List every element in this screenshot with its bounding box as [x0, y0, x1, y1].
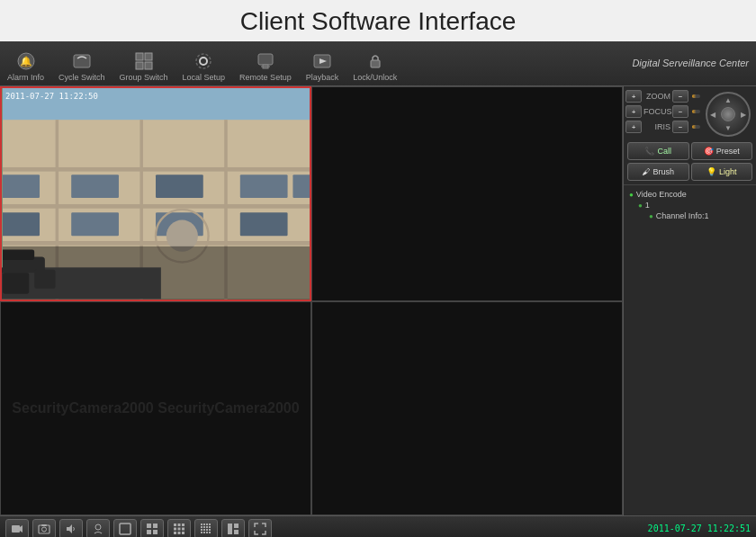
light-button[interactable]: 💡 Light [691, 163, 753, 181]
bottom-nine-view-button[interactable] [167, 519, 191, 538]
brush-label: Brush [652, 167, 674, 176]
svg-rect-79 [234, 524, 238, 528]
toolbar: 🔔 Alarm Info Cycle Switch Group Switch L… [0, 41, 756, 86]
joystick[interactable]: ▲ ▼ ◀ ▶ [706, 92, 751, 137]
focus-plus-button[interactable]: + [626, 105, 642, 118]
brush-icon: 🖌 [642, 167, 650, 176]
bottom-layout-button[interactable] [221, 519, 245, 538]
camera-cell-4[interactable] [311, 301, 623, 516]
svg-rect-45 [41, 524, 47, 526]
svg-rect-48 [120, 524, 130, 534]
joystick-down-icon: ▼ [724, 124, 732, 132]
svg-rect-78 [228, 524, 232, 534]
iris-plus-button[interactable]: + [626, 121, 642, 133]
iris-slider[interactable] [692, 125, 700, 129]
svg-rect-16 [2, 167, 310, 172]
group-switch-label: Group Switch [120, 73, 168, 82]
camera-cell-3[interactable]: SecurityCamera2000 SecurityCamera2000 [0, 301, 311, 516]
toolbar-group-switch[interactable]: Group Switch [112, 49, 176, 84]
action-row-1: 📞 Call 🎯 Preset [627, 142, 752, 160]
joystick-area: ▲ ▼ ◀ ▶ [702, 90, 754, 139]
call-button[interactable]: 📞 Call [627, 142, 689, 160]
preset-button[interactable]: 🎯 Preset [691, 142, 753, 160]
svg-rect-25 [240, 175, 288, 198]
preset-icon: 🎯 [704, 147, 714, 156]
bottom-sixteen-view-button[interactable] [194, 519, 218, 538]
zoom-plus-button[interactable]: + [626, 90, 642, 103]
svg-rect-60 [178, 532, 181, 534]
toolbar-alarm-info[interactable]: 🔔 Alarm Info [0, 49, 51, 84]
svg-rect-53 [174, 524, 176, 526]
svg-rect-64 [206, 524, 208, 525]
bottom-timestamp: 2011-07-27 11:22:51 [648, 524, 751, 533]
main-content: 2011-07-27 11:22:50 [0, 86, 756, 515]
tree-root-item[interactable]: ● Video Encode [627, 189, 752, 200]
svg-point-7 [200, 58, 207, 65]
bottom-single-view-button[interactable] [113, 519, 137, 538]
toolbar-cycle-switch[interactable]: Cycle Switch [51, 49, 112, 84]
svg-rect-22 [2, 175, 40, 198]
tree-root-icon: ● [629, 191, 634, 199]
joystick-right-icon: ▶ [741, 111, 746, 119]
iris-minus-button[interactable]: − [672, 121, 688, 133]
zoom-slider[interactable] [692, 94, 700, 98]
local-setup-label: Local Setup [183, 73, 226, 82]
toolbar-lock-unlock[interactable]: Lock/Unlock [346, 49, 404, 84]
call-label: Call [657, 147, 671, 156]
focus-slider[interactable] [692, 110, 700, 113]
svg-point-47 [95, 524, 101, 530]
tree-child1-icon: ● [638, 201, 643, 210]
svg-rect-30 [240, 212, 288, 236]
joystick-left-icon: ◀ [710, 111, 716, 119]
toolbar-remote-setup[interactable]: Remote Setup [232, 49, 299, 84]
svg-point-44 [42, 527, 47, 532]
bottom-fullscreen-button[interactable] [248, 519, 272, 538]
focus-minus-button[interactable]: − [672, 105, 688, 118]
tree-child-1[interactable]: ● 1 [627, 200, 752, 210]
camera-cell-1[interactable]: 2011-07-27 11:22:50 [0, 86, 311, 301]
remote-setup-label: Remote Setup [239, 73, 292, 82]
light-label: Light [719, 167, 737, 176]
bottom-toolbar: 2011-07-27 11:22:51 [0, 515, 756, 537]
bottom-camera-button[interactable] [5, 519, 29, 538]
brush-button[interactable]: 🖌 Brush [627, 163, 689, 181]
joystick-up-icon: ▲ [724, 96, 732, 104]
lock-unlock-icon [364, 50, 386, 72]
svg-rect-28 [71, 212, 119, 236]
svg-rect-50 [153, 524, 158, 528]
focus-label: FOCUS [644, 107, 670, 116]
alarm-info-icon: 🔔 [15, 50, 37, 72]
tree-child-2[interactable]: ● Channel Info:1 [627, 210, 752, 221]
svg-rect-49 [147, 524, 151, 528]
svg-rect-52 [153, 530, 158, 534]
svg-rect-13 [371, 60, 380, 67]
lock-unlock-label: Lock/Unlock [353, 73, 397, 82]
local-setup-icon [193, 50, 214, 72]
svg-rect-62 [201, 524, 202, 525]
playback-icon [311, 50, 333, 72]
group-switch-icon [133, 50, 155, 72]
remote-setup-icon [255, 50, 276, 72]
svg-rect-57 [178, 527, 181, 530]
bottom-audio-button[interactable] [59, 519, 83, 538]
zoom-control: + ZOOM − [626, 90, 702, 103]
svg-rect-9 [258, 54, 273, 65]
bottom-quad-view-button[interactable] [140, 519, 164, 538]
tree-root-label: Video Encode [636, 190, 687, 199]
toolbar-playback[interactable]: Playback [299, 49, 346, 84]
svg-marker-42 [20, 525, 22, 533]
svg-rect-68 [206, 526, 208, 528]
bottom-intercom-button[interactable] [86, 519, 110, 538]
cycle-switch-label: Cycle Switch [58, 73, 105, 82]
iris-label: IRIS [644, 122, 670, 131]
svg-rect-72 [206, 529, 208, 531]
cycle-switch-icon [71, 50, 93, 72]
bottom-snapshot-button[interactable] [32, 519, 56, 538]
page-title: Client Software Interface [0, 0, 756, 41]
zoom-minus-button[interactable]: − [672, 90, 688, 103]
camera-cell-2[interactable] [311, 86, 623, 301]
svg-rect-5 [136, 62, 143, 69]
svg-rect-41 [12, 525, 20, 533]
svg-rect-76 [206, 532, 208, 533]
toolbar-local-setup[interactable]: Local Setup [176, 49, 233, 84]
